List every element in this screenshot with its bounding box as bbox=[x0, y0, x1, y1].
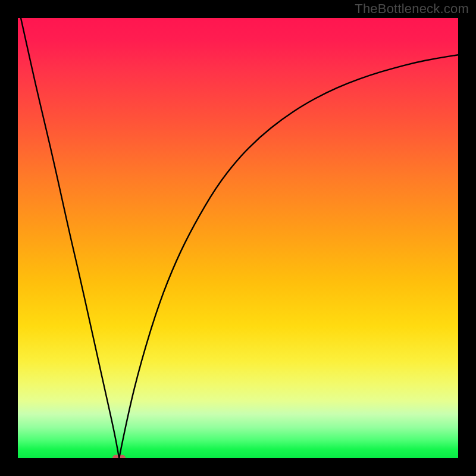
chart-frame: TheBottleneck.com bbox=[0, 0, 476, 476]
plot-area bbox=[18, 18, 458, 458]
bottleneck-curve bbox=[18, 18, 458, 458]
watermark-text: TheBottleneck.com bbox=[355, 1, 469, 17]
